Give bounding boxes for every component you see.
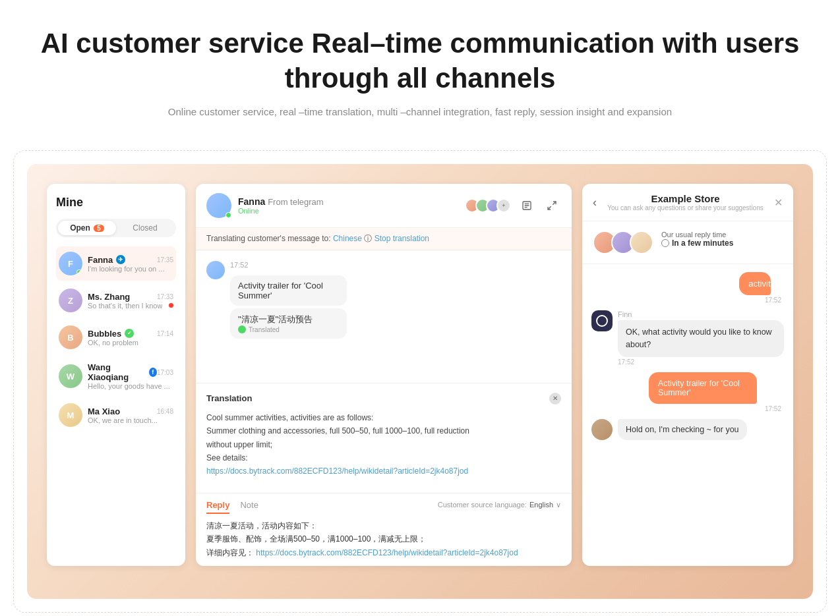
- translation-section: Translation ✕ Cool summer activities, ac…: [196, 383, 572, 493]
- avatar-zhang: Z: [59, 289, 82, 312]
- user-msg-activity-trailer: Activity trailer for 'Cool Summer' 17:52: [591, 372, 784, 412]
- mine-title: Mine: [56, 196, 176, 210]
- header-info: Fanna From telegram Online: [238, 196, 458, 215]
- close-button[interactable]: ✕: [774, 196, 783, 209]
- store-messages: activity 17:52 Finn OK, what activity wo…: [582, 264, 793, 566]
- more-participants[interactable]: +: [496, 198, 511, 213]
- tab-closed[interactable]: Closed: [116, 221, 174, 235]
- avatar-maxiao: M: [59, 403, 82, 427]
- message-bubble-1: Activity trailer for 'Cool Summer': [230, 275, 347, 306]
- svg-line-5: [548, 206, 551, 210]
- reply-link[interactable]: https://docs.bytrack.com/882ECFD123/help…: [256, 548, 518, 557]
- translation-close-btn[interactable]: ✕: [549, 393, 561, 405]
- chat-item-maxiao[interactable]: M Ma Xiao 16:48 OK, we are in touch...: [56, 398, 176, 432]
- open-badge: 5: [94, 225, 104, 232]
- page-header: AI customer service Real–time communicat…: [0, 0, 840, 130]
- demo-inner: Mine Open 5 Closed F Fanna: [27, 164, 813, 599]
- tab-open[interactable]: Open 5: [58, 221, 116, 235]
- chat-item-fanna[interactable]: F Fanna ✈ 17:35 I'm looking for you on .…: [56, 246, 176, 281]
- header-actions: +: [465, 196, 561, 215]
- check-icon: [238, 325, 246, 333]
- online-indicator: [76, 269, 82, 275]
- avatar-wang: W: [59, 364, 82, 388]
- right-panel: ‹ Example Store You can ask any question…: [582, 184, 793, 566]
- clock-icon: [661, 239, 669, 247]
- chat-item-zhang[interactable]: Z Ms. Zhang 17:33 So that's it, then I k…: [56, 283, 176, 318]
- reply-content: 清凉一夏活动，活动内容如下： 夏季服饰、配饰，全场满500–50，满1000–1…: [206, 519, 561, 559]
- chat-messages: 17:52 Activity trailer for 'Cool Summer'…: [196, 250, 572, 383]
- header-online-dot: [225, 212, 231, 218]
- transfer-icon-btn[interactable]: [543, 196, 561, 215]
- chat-header: Fanna From telegram Online +: [196, 184, 572, 228]
- msg-avatar: [206, 261, 225, 279]
- header-avatar: [206, 193, 231, 218]
- agent-bubble-2: Hold on, I'm checking ~ for you: [618, 419, 747, 440]
- store-header: ‹ Example Store You can ask any question…: [582, 184, 793, 221]
- facebook-icon: f: [149, 368, 157, 377]
- stop-translation-link[interactable]: Stop translation: [375, 234, 429, 243]
- user-bubble-1: activity: [739, 272, 770, 295]
- user-msg-activity: activity 17:52: [591, 272, 784, 304]
- chat-item-bubbles[interactable]: B Bubbles ✓ 17:14 OK, no problem: [56, 320, 176, 354]
- message-row-1: 17:52 Activity trailer for 'Cool Summer'…: [206, 261, 561, 339]
- translation-content: Cool summer activities, activities are a…: [206, 411, 561, 478]
- center-panel: Fanna From telegram Online +: [196, 184, 572, 566]
- demo-wrapper: Mine Open 5 Closed F Fanna: [13, 150, 827, 613]
- translation-bar: Translating customer's message to: Chine…: [196, 228, 572, 250]
- message-bubble-translated: "清凉一夏"活动预告 Translated: [230, 308, 347, 339]
- avatar-bubbles: B: [59, 325, 82, 349]
- verified-icon: ✓: [125, 329, 134, 338]
- tab-reply[interactable]: Reply: [206, 500, 229, 514]
- chat-item-wang[interactable]: W Wang Xiaoqiang f 17:03 Hello, your goo…: [56, 357, 176, 395]
- agent-bubble-1: OK, what activity would you like to know…: [618, 320, 784, 357]
- page-subtitle: Online customer service, real –time tran…: [13, 106, 827, 117]
- reply-section: Reply Note Customer source language: Eng…: [196, 493, 572, 566]
- store-avatars: [593, 231, 653, 254]
- page-title: AI customer service Real–time communicat…: [13, 26, 827, 96]
- reply-tabs: Reply Note Customer source language: Eng…: [206, 500, 561, 514]
- agent-msg-finn-1: Finn OK, what activity would you like to…: [591, 310, 784, 366]
- telegram-icon: ✈: [116, 255, 125, 264]
- human-agent-avatar: [591, 419, 613, 440]
- tabs-row: Open 5 Closed: [56, 219, 176, 237]
- left-panel: Mine Open 5 Closed F Fanna: [47, 184, 185, 566]
- svg-line-4: [553, 202, 556, 205]
- notes-icon-btn[interactable]: [518, 196, 536, 215]
- language-link[interactable]: Chinese: [333, 234, 362, 243]
- user-bubble-2: Activity trailer for 'Cool Summer': [649, 372, 757, 404]
- translation-link[interactable]: https://docs.bytrack.com/882ECFD123/help…: [206, 466, 468, 476]
- unread-indicator: [169, 303, 173, 308]
- store-intro: Our usual reply time In a few minutes: [582, 221, 793, 264]
- tab-note[interactable]: Note: [240, 500, 258, 514]
- finn-avatar: [591, 310, 613, 331]
- avatar-fanna: F: [59, 252, 82, 275]
- avatar-stack: +: [465, 198, 511, 213]
- agent-msg-human: Hold on, I'm checking ~ for you: [591, 419, 784, 440]
- store-agent-3: [630, 231, 653, 254]
